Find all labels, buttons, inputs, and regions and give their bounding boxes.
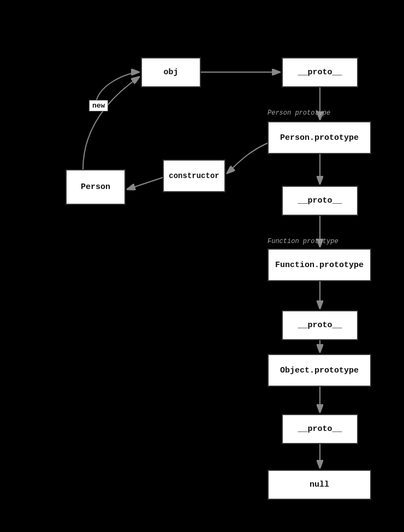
proto4-box: __proto__ [282,414,358,444]
new-label: new [89,100,108,111]
person-prototype-box: Person.prototype [268,121,371,154]
proto3-box: __proto__ [282,310,358,340]
person-prototype-annotation: Person prototype [268,109,330,117]
function-prototype-annotation: Function prototype [268,238,338,245]
object-prototype-box: Object.prototype [268,354,371,387]
proto2-box: __proto__ [282,186,358,216]
obj-box: obj [141,57,201,87]
person-box: Person [66,169,126,205]
diagram: obj __proto__ Person.prototype __proto__… [0,0,404,532]
function-prototype-box: Function.prototype [268,249,371,281]
svg-line-9 [127,178,163,190]
constructor-box: constructor [163,159,225,192]
proto-obj-box: __proto__ [282,57,358,87]
null-box: null [268,470,371,500]
